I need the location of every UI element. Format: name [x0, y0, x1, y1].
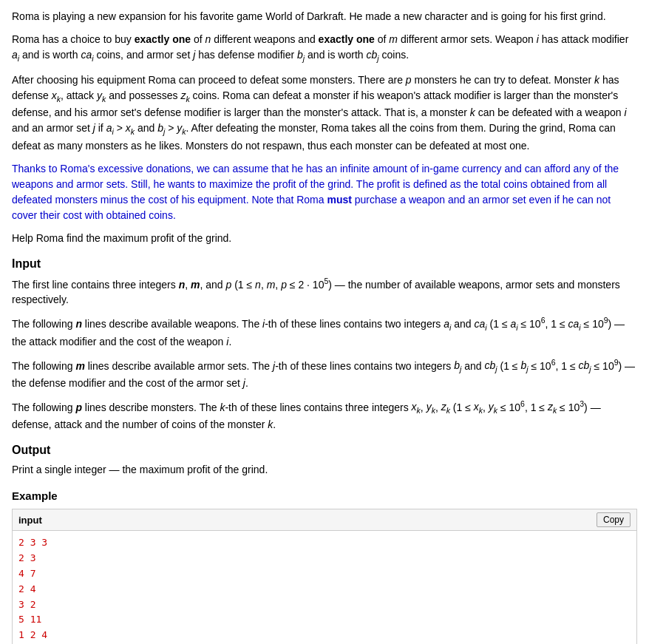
- input-copy-button[interactable]: Copy: [597, 512, 631, 527]
- example-label: Example: [12, 488, 637, 505]
- input-code-header: input Copy: [13, 509, 636, 531]
- input-para-3: The following m lines describe available…: [12, 357, 637, 391]
- input-para-4: The following p lines describe monsters.…: [12, 399, 637, 433]
- help-line: Help Roma find the maximum profit of the…: [12, 231, 637, 246]
- input-title: Input: [12, 255, 637, 273]
- input-header-label: input: [18, 513, 42, 528]
- intro-para-3: After choosing his equipment Roma can pr…: [12, 72, 637, 154]
- intro-para-1: Roma is playing a new expansion for his …: [12, 9, 637, 24]
- problem-statement: Roma is playing a new expansion for his …: [12, 9, 637, 644]
- input-para-2: The following n lines describe available…: [12, 315, 637, 349]
- input-para-1: The first line contains three integers n…: [12, 276, 637, 308]
- intro-para-4: Thanks to Roma's excessive donations, we…: [12, 161, 637, 223]
- input-code-block: input Copy 2 3 3 2 3 4 7 2 4 3 2 5 11 1 …: [12, 509, 637, 644]
- output-title: Output: [12, 441, 637, 459]
- output-para: Print a single integer — the maximum pro…: [12, 462, 637, 478]
- example-section: Example input Copy 2 3 3 2 3 4 7 2 4 3 2…: [12, 488, 637, 644]
- input-code-body: 2 3 3 2 3 4 7 2 4 3 2 5 11 1 2 4 2 1 6 3…: [13, 531, 636, 644]
- intro-para-2: Roma has a choice to buy exactly one of …: [12, 32, 637, 65]
- output-section: Output Print a single integer — the maxi…: [12, 441, 637, 478]
- input-section: Input The first line contains three inte…: [12, 255, 637, 433]
